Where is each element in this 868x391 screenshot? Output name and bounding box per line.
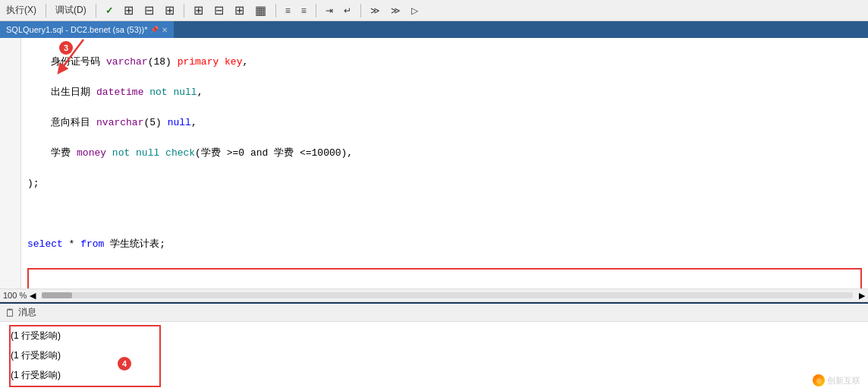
execute-menu[interactable]: 执行(X) <box>3 2 39 18</box>
check-icon: ✓ <box>105 5 113 16</box>
tab-close-icon[interactable]: ✕ <box>162 26 168 34</box>
annotation-3: 3 <box>59 41 73 55</box>
indent-icon[interactable]: ⇥ <box>322 4 336 17</box>
toolbar-sep-2 <box>96 4 96 17</box>
code-line-7: select * from 学生统计表; <box>27 237 862 252</box>
line-numbers <box>0 38 21 289</box>
msg-row-1: (1 行受影响) <box>11 326 159 346</box>
line-num-7 <box>0 131 20 146</box>
line-num-11 <box>0 191 20 207</box>
zoom-level: 100 % <box>3 291 27 300</box>
toolbar-sep-3 <box>184 4 184 17</box>
execute-label: 执行(X) <box>6 4 36 17</box>
code-line-5: ); <box>27 176 862 191</box>
line-num-4 <box>0 85 20 100</box>
watermark-logo: ◎ 创新互联 <box>813 374 860 386</box>
grid-icon-3[interactable]: ⊞ <box>162 2 178 19</box>
toolbar-sep-6 <box>360 4 361 17</box>
insert-block-wrapper: 1 insert into 学生统计表（姓名,性别,年龄,身份证号码,出生日期,… <box>27 268 862 289</box>
line-num-10 <box>0 176 20 191</box>
align-icon[interactable]: ≡ <box>282 4 294 17</box>
line-num-6 <box>0 115 20 131</box>
grid-icon-7[interactable]: ▦ <box>252 2 269 19</box>
logo-icon: ◎ <box>813 374 825 386</box>
run-icon[interactable]: ↵ <box>341 4 354 17</box>
code-line-1: 身份证号码 varchar(18) primary key, <box>27 55 862 70</box>
msg-row-3: (1 行受影响) <box>11 366 159 386</box>
message-tab-label[interactable]: 消息 <box>18 306 36 319</box>
message-content: 4 (1 行受影响) (1 行受影响) (1 行受影响) <box>0 322 868 391</box>
toolbar-sep-4 <box>275 4 276 17</box>
code-line-2: 出生日期 datetime not null, <box>27 85 862 100</box>
tab-pin-icon: 📌 <box>150 26 159 33</box>
message-result-box: (1 行受影响) (1 行受影响) (1 行受影响) <box>9 325 161 387</box>
format-icon[interactable]: ≡ <box>298 4 310 17</box>
line-num-9 <box>0 161 20 176</box>
line-num-5 <box>0 100 20 115</box>
line-num-2 <box>0 55 20 70</box>
check-button[interactable]: ✓ <box>102 4 116 17</box>
msg-row-2: (1 行受影响) <box>11 346 159 366</box>
grid-icon-4[interactable]: ⊞ <box>190 2 206 19</box>
code-editor[interactable]: 身份证号码 varchar(18) primary key, 出生日期 date… <box>0 38 868 289</box>
debug-menu[interactable]: 调试(D) <box>52 2 90 18</box>
play-icon[interactable]: ▷ <box>408 4 421 17</box>
code-line-6 <box>27 207 862 222</box>
message-tab-icon: 🗒 <box>5 307 15 319</box>
tab-title: SQLQuery1.sql - DC2.benet (sa (53))* <box>6 25 147 34</box>
debug2-icon[interactable]: ≫ <box>367 4 383 17</box>
horizontal-scrollbar[interactable] <box>42 292 853 298</box>
line-num-8 <box>0 146 20 161</box>
code-line-3: 意向科目 nvarchar(5) null, <box>27 115 862 131</box>
grid-icon-6[interactable]: ⊞ <box>231 2 247 19</box>
scroll-left-arrow[interactable]: ◀ <box>30 291 36 301</box>
code-line-4: 学费 money not null check(学费 >=0 and 学费 <=… <box>27 146 862 161</box>
toolbar-sep-1 <box>46 4 46 17</box>
code-content[interactable]: 身份证号码 varchar(18) primary key, 出生日期 date… <box>21 38 868 289</box>
grid-icon-1[interactable]: ⊞ <box>121 2 137 19</box>
scroll-right-arrow[interactable]: ▶ <box>859 291 865 301</box>
logo-text: 创新互联 <box>827 375 860 386</box>
line-num-3 <box>0 70 20 85</box>
toolbar-sep-5 <box>316 4 316 17</box>
grid-icon-5[interactable]: ⊟ <box>211 2 227 19</box>
grid-icon-2[interactable]: ⊟ <box>141 2 157 19</box>
line-num-13 <box>0 222 20 237</box>
annotation-4: 4 <box>118 357 131 371</box>
message-panel: 🗒 消息 4 (1 行受影响) (1 行受影响) (1 行受影响) <box>0 302 868 391</box>
line-num-12 <box>0 207 20 222</box>
sql-query-tab[interactable]: SQLQuery1.sql - DC2.benet (sa (53))* 📌 ✕ <box>0 21 175 38</box>
debug3-icon[interactable]: ≫ <box>388 4 404 17</box>
scroll-bar-area: 100 % ◀ ▶ <box>0 289 868 302</box>
line-num-1 <box>0 39 20 55</box>
tab-bar: SQLQuery1.sql - DC2.benet (sa (53))* 📌 ✕ <box>0 21 868 38</box>
message-tab-bar: 🗒 消息 <box>0 304 868 322</box>
debug-label: 调试(D) <box>55 4 86 17</box>
scroll-thumb[interactable] <box>42 292 72 298</box>
toolbar: 执行(X) 调试(D) ✓ ⊞ ⊟ ⊞ ⊞ ⊟ ⊞ ▦ ≡ ≡ ⇥ ↵ ≫ ≫ … <box>0 0 868 21</box>
